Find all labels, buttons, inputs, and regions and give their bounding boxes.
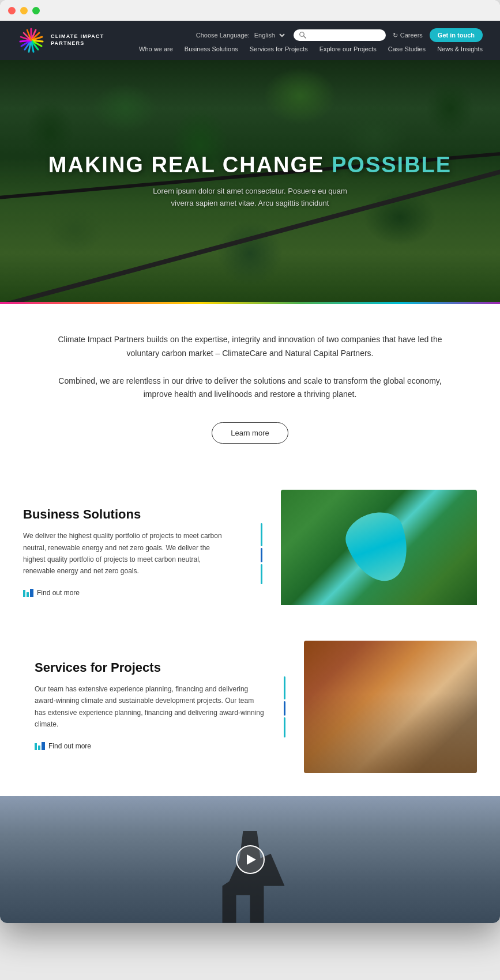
river-image: [281, 490, 477, 605]
search-icon: [299, 32, 306, 39]
services-for-projects-body: Our team has extensive experience planni…: [35, 683, 265, 731]
minimize-button[interactable]: [20, 7, 28, 14]
divider-bar-teal-2: [261, 564, 262, 584]
divider-bar-blue-2: [284, 701, 285, 716]
business-solutions-find-out-more[interactable]: Find out more: [37, 589, 80, 597]
logo-icon: [17, 27, 45, 54]
cookstove-image: [304, 641, 477, 773]
col-divider-1: [259, 490, 264, 618]
hero-section: MAKING REAL CHANGE POSSIBLE Lorem ipsum …: [0, 60, 500, 302]
tag-bar-6: [42, 742, 45, 750]
hero-title: MAKING REAL CHANGE POSSIBLE: [48, 153, 452, 177]
intro-paragraph-1: Climate Impact Partners builds on the ex…: [58, 333, 442, 361]
tag-bar-5: [38, 746, 40, 750]
nav-top-row: Choose Language: English French Spanish: [196, 28, 483, 42]
logo-area[interactable]: CLIMATE IMPACT PARTNERS: [17, 27, 139, 54]
business-solutions-section: Business Solutions We deliver the highes…: [0, 490, 500, 618]
nav-link-case-studies[interactable]: Case Studies: [388, 46, 426, 52]
business-solutions-heading: Business Solutions: [23, 507, 230, 522]
hero-title-highlight: POSSIBLE: [332, 153, 452, 177]
services-for-projects-heading: Services for Projects: [35, 660, 265, 675]
lang-dropdown[interactable]: English French Spanish: [252, 31, 287, 39]
nav-link-explore-projects[interactable]: Explore our Projects: [319, 46, 377, 52]
nav-right: Choose Language: English French Spanish: [139, 28, 483, 52]
hero-content: MAKING REAL CHANGE POSSIBLE Lorem ipsum …: [25, 153, 475, 210]
tag-bars-icon-2: [35, 742, 45, 750]
services-image: [304, 641, 477, 773]
close-button[interactable]: [8, 7, 16, 14]
tag-bar-2: [27, 592, 29, 597]
tag-bar-4: [35, 743, 37, 750]
business-solutions-image: [281, 490, 477, 618]
services-tag: Find out more: [35, 742, 265, 750]
divider-bar-teal-4: [284, 717, 285, 737]
services-for-projects-section: Services for Projects Our team has exten…: [0, 641, 500, 773]
language-selector[interactable]: Choose Language: English French Spanish: [196, 31, 287, 39]
divider-bar-teal-3: [284, 676, 285, 699]
divider-bar-teal-1: [261, 523, 262, 546]
play-icon: [247, 854, 256, 865]
services-for-projects-text: Services for Projects Our team has exten…: [23, 641, 265, 773]
nav-link-services-for-projects[interactable]: Services for Projects: [250, 46, 308, 52]
careers-link[interactable]: ↻ Careers: [393, 32, 423, 39]
logo-text: CLIMATE IMPACT PARTNERS: [51, 33, 139, 47]
maximize-button[interactable]: [32, 7, 40, 14]
tag-bar-3: [30, 589, 33, 597]
col-divider-2: [282, 641, 287, 773]
intro-section: Climate Impact Partners builds on the ex…: [0, 304, 500, 467]
mac-titlebar: [0, 0, 500, 21]
business-solutions-body: We deliver the highest quality portfolio…: [23, 530, 230, 577]
lang-label: Choose Language:: [196, 32, 250, 39]
business-solutions-tag: Find out more: [23, 589, 230, 597]
nav-link-who-we-are[interactable]: Who we are: [139, 46, 173, 52]
get-in-touch-button[interactable]: Get in touch: [430, 28, 483, 42]
nav-link-business-solutions[interactable]: Business Solutions: [185, 46, 238, 52]
mac-window: CLIMATE IMPACT PARTNERS Choose Language:…: [0, 0, 500, 923]
learn-more-button[interactable]: Learn more: [212, 422, 288, 444]
hero-title-main: MAKING REAL CHANGE: [48, 153, 332, 177]
tag-bar-1: [23, 590, 25, 597]
svg-line-16: [303, 36, 306, 39]
tag-bars-icon: [23, 589, 33, 597]
play-button[interactable]: [236, 845, 265, 874]
intro-paragraph-2: Combined, we are relentless in our drive…: [58, 374, 442, 402]
search-bar[interactable]: [294, 29, 386, 41]
navbar: CLIMATE IMPACT PARTNERS Choose Language:…: [0, 21, 500, 60]
nav-link-news-insights[interactable]: News & Insights: [437, 46, 483, 52]
hero-subtitle: Lorem ipsum dolor sit amet consectetur. …: [48, 186, 452, 210]
site-wrapper: CLIMATE IMPACT PARTNERS Choose Language:…: [0, 21, 500, 923]
business-solutions-text: Business Solutions We deliver the highes…: [23, 490, 242, 618]
nav-bottom-row: Who we are Business Solutions Services f…: [139, 46, 483, 52]
divider-bar-blue: [261, 548, 262, 562]
services-find-out-more[interactable]: Find out more: [48, 742, 91, 750]
video-section[interactable]: [0, 796, 500, 923]
search-input[interactable]: [310, 32, 380, 39]
